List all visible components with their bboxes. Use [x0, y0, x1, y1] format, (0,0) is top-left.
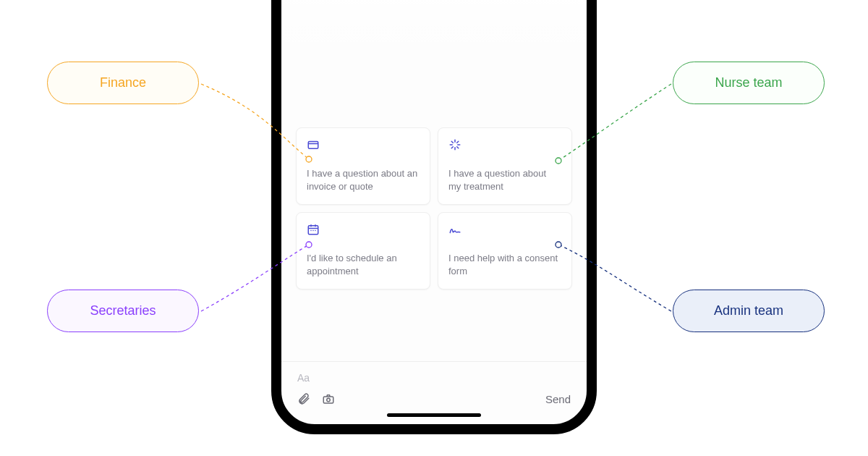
card-text: I have a question about an invoice or qu… — [307, 167, 420, 193]
message-input[interactable]: Aa — [281, 368, 587, 392]
phone-frame: I have a question about an invoice or qu… — [271, 0, 597, 434]
invoice-icon — [307, 138, 320, 151]
callout-finance: Finance — [47, 62, 199, 104]
camera-icon[interactable] — [322, 392, 335, 405]
attachment-icon[interactable] — [297, 392, 310, 405]
annotated-phone-diagram: I have a question about an invoice or qu… — [0, 0, 868, 456]
callout-nurse: Nurse team — [673, 62, 825, 104]
signature-icon — [448, 223, 461, 236]
card-schedule[interactable]: I'd like to schedule an appointment — [296, 212, 430, 290]
svg-line-9 — [457, 141, 459, 143]
calendar-icon — [307, 223, 320, 236]
composer: Aa Send — [281, 361, 587, 405]
home-indicator — [387, 413, 481, 417]
quick-reply-grid: I have a question about an invoice or qu… — [296, 127, 572, 290]
card-invoice[interactable]: I have a question about an invoice or qu… — [296, 127, 430, 205]
card-consent[interactable]: I need help with a consent form — [438, 212, 572, 290]
svg-line-8 — [451, 147, 453, 148]
svg-point-15 — [312, 230, 314, 232]
callout-admin: Admin team — [673, 290, 825, 332]
svg-point-14 — [310, 230, 312, 232]
card-text: I need help with a consent form — [448, 252, 561, 277]
svg-line-6 — [451, 141, 453, 143]
svg-line-7 — [457, 147, 459, 148]
callout-secretaries: Secretaries — [47, 290, 199, 332]
svg-rect-0 — [308, 142, 318, 149]
send-button[interactable]: Send — [545, 393, 571, 405]
card-text: I have a question about my treatment — [448, 167, 561, 193]
svg-point-16 — [315, 230, 316, 232]
card-text: I'd like to schedule an appointment — [307, 252, 420, 277]
svg-rect-17 — [323, 397, 333, 403]
svg-point-18 — [327, 398, 331, 402]
card-treatment[interactable]: I have a question about my treatment — [438, 127, 572, 205]
treatment-icon — [448, 138, 461, 151]
